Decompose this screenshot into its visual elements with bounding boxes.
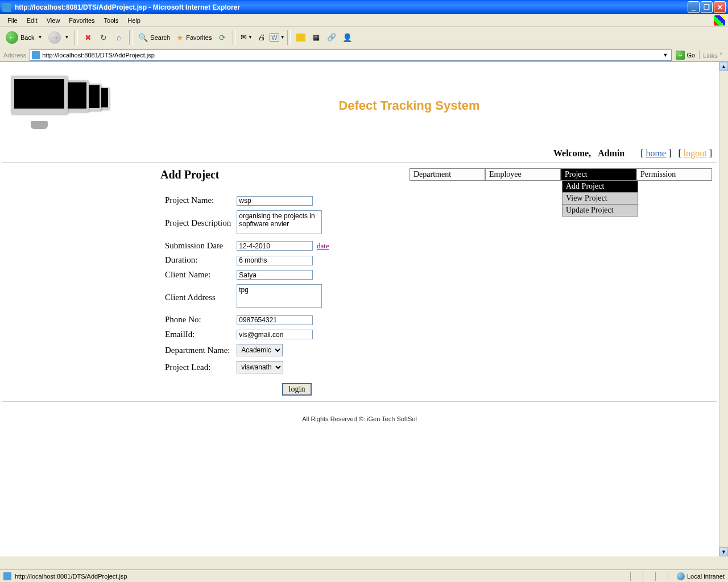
- print-button[interactable]: 🖨: [255, 31, 268, 44]
- subnav-update-project[interactable]: Update Project: [562, 205, 638, 217]
- refresh-icon: ↻: [100, 33, 107, 42]
- mail-icon: ✉: [241, 33, 247, 41]
- footer-text: All Rights Reserved ©: iGen Tech SoftSol: [2, 415, 717, 422]
- logo-image: [2, 76, 102, 132]
- project-lead-select[interactable]: viswanath: [237, 361, 283, 373]
- folder-icon: [296, 34, 305, 41]
- menu-favorites[interactable]: Favorites: [64, 15, 99, 26]
- menu-tools[interactable]: Tools: [100, 15, 123, 26]
- home-button[interactable]: ⌂: [112, 31, 126, 44]
- home-link[interactable]: home: [646, 148, 667, 158]
- chevron-down-icon[interactable]: ▼: [64, 35, 69, 40]
- address-label: Address: [2, 52, 27, 59]
- link-icon: 🔗: [327, 33, 336, 41]
- home-icon: ⌂: [117, 33, 121, 42]
- scroll-track[interactable]: [719, 71, 728, 547]
- address-bar: Address ▼ → Go Links »: [0, 48, 728, 62]
- links-label[interactable]: Links »: [699, 51, 726, 59]
- maximize-button[interactable]: ❐: [701, 1, 713, 13]
- forward-icon: →: [48, 31, 61, 44]
- label-phone-no: Phone No:: [163, 313, 233, 327]
- back-icon: ←: [6, 31, 18, 44]
- page-icon: [32, 51, 40, 59]
- window-titlebar: http://localhost:8081/DTS/AddProject.jsp…: [0, 0, 728, 14]
- label-department-name: Department Name:: [163, 342, 233, 358]
- email-id-input[interactable]: [237, 330, 313, 339]
- nav-employee[interactable]: Employee: [485, 168, 561, 181]
- logout-link[interactable]: logout: [684, 148, 707, 158]
- toolbar-btn-b[interactable]: ▦: [309, 31, 323, 44]
- go-button[interactable]: → Go: [674, 50, 697, 60]
- project-description-input[interactable]: organising the projects in sopftware env…: [237, 210, 322, 234]
- history-icon: ⟳: [219, 33, 226, 42]
- windows-flag-icon: [714, 15, 725, 26]
- tiles-icon: ▦: [313, 33, 320, 41]
- nav-permission[interactable]: Permission: [636, 168, 712, 181]
- print-icon: 🖨: [258, 33, 266, 41]
- page-heading: Add Project: [160, 168, 410, 181]
- label-client-name: Client Name:: [163, 268, 233, 282]
- star-icon: ★: [176, 33, 184, 42]
- subnav-add-project[interactable]: Add Project: [562, 181, 638, 193]
- menu-view[interactable]: View: [42, 15, 65, 26]
- add-project-form: Project Name: Project Description organi…: [162, 193, 333, 376]
- divider: [2, 401, 717, 402]
- mail-button[interactable]: ✉▼: [239, 31, 253, 44]
- address-dropdown[interactable]: ▼: [661, 52, 670, 58]
- date-picker-link[interactable]: date: [317, 242, 329, 250]
- login-button[interactable]: login: [282, 383, 312, 396]
- vertical-scrollbar[interactable]: ▲ ▼: [719, 62, 728, 556]
- close-button[interactable]: ✕: [714, 1, 726, 13]
- department-name-select[interactable]: Academic: [237, 344, 283, 356]
- client-name-input[interactable]: [237, 270, 313, 280]
- nav-menu: Department Employee Project Permission: [410, 168, 712, 181]
- nav-department[interactable]: Department: [410, 168, 485, 181]
- menu-edit[interactable]: Edit: [22, 15, 42, 26]
- address-input[interactable]: [42, 52, 661, 59]
- label-project-description: Project Description: [163, 209, 233, 238]
- edit-button[interactable]: W▼: [270, 31, 284, 44]
- stop-button[interactable]: ✖: [81, 31, 95, 44]
- search-icon: 🔍: [138, 33, 148, 42]
- label-submission-date: Submission Date: [163, 239, 233, 253]
- separator: [129, 30, 133, 45]
- window-title: http://localhost:8081/DTS/AddProject.jsp…: [15, 3, 688, 11]
- minimize-button[interactable]: _: [688, 1, 700, 13]
- refresh-button[interactable]: ↻: [97, 31, 110, 44]
- phone-no-input[interactable]: [237, 315, 313, 325]
- ie-icon: [2, 3, 11, 12]
- browser-viewport: ▲ ▼ Defect Tracking System Welcome, Admi…: [0, 62, 728, 556]
- project-submenu: Add Project View Project Update Project: [562, 181, 638, 217]
- welcome-bar: Welcome, Admin [ home ] [ logout ]: [2, 148, 712, 159]
- messenger-button[interactable]: 👤: [340, 31, 354, 44]
- back-button[interactable]: ← Back ▼: [3, 30, 44, 45]
- forward-button[interactable]: → ▼: [46, 30, 71, 45]
- duration-input[interactable]: [237, 256, 313, 265]
- toolbar-btn-c[interactable]: 🔗: [325, 31, 338, 44]
- divider: [2, 162, 717, 163]
- label-client-address: Client Address: [163, 282, 233, 312]
- toolbar-btn-a[interactable]: [294, 31, 308, 44]
- go-icon: →: [676, 51, 685, 60]
- system-title: Defect Tracking System: [102, 98, 717, 113]
- label-email-id: EmailId:: [163, 328, 233, 342]
- project-name-input[interactable]: [237, 196, 313, 206]
- client-address-input[interactable]: tpg: [237, 284, 322, 308]
- search-button[interactable]: 🔍 Search: [136, 32, 172, 43]
- label-duration: Duration:: [163, 253, 233, 267]
- word-icon: W: [270, 34, 279, 41]
- menu-bar: File Edit View Favorites Tools Help: [0, 14, 728, 27]
- menu-help[interactable]: Help: [123, 15, 145, 26]
- separator: [75, 30, 78, 45]
- submission-date-input[interactable]: [237, 241, 313, 251]
- favorites-button[interactable]: ★ Favorites: [174, 32, 214, 43]
- history-button[interactable]: ⟳: [216, 31, 229, 44]
- stop-icon: ✖: [85, 33, 92, 42]
- subnav-view-project[interactable]: View Project: [562, 193, 638, 205]
- menu-file[interactable]: File: [3, 15, 22, 26]
- address-input-wrapper[interactable]: ▼: [30, 49, 672, 61]
- scroll-down-button[interactable]: ▼: [719, 547, 728, 556]
- nav-project[interactable]: Project: [561, 168, 636, 181]
- chevron-down-icon[interactable]: ▼: [38, 35, 42, 40]
- scroll-up-button[interactable]: ▲: [719, 62, 728, 71]
